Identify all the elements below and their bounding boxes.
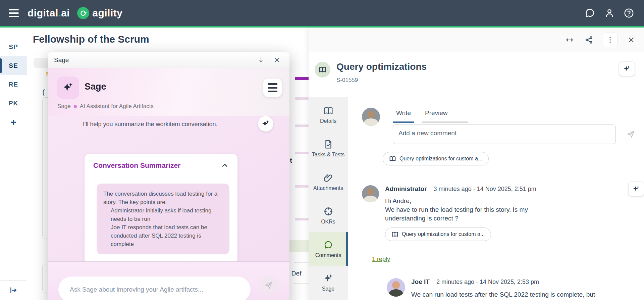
occluded-text-fragment: ( <box>42 87 45 97</box>
ask-sage-input[interactable] <box>58 277 251 300</box>
comment-timestamp: 3 minutes ago - 14 Nov 2025, 2:51 pm <box>434 186 536 193</box>
help-icon[interactable] <box>623 7 635 19</box>
user-icon[interactable] <box>604 7 615 19</box>
comment-administrator: Administrator 3 minutes ago - 14 Nov 202… <box>362 185 644 241</box>
summarizer-title: Conversation Summarizer <box>93 161 180 169</box>
dot-icon <box>74 105 77 108</box>
left-sidebar: SP SE RE PK + <box>0 28 27 300</box>
occluded-board-sliver: t d Def <box>289 28 309 300</box>
avatar <box>387 278 405 297</box>
share-icon[interactable] <box>584 35 594 45</box>
occluded-text-fragment: t <box>290 156 292 164</box>
agility-mark-icon <box>77 7 89 19</box>
send-icon[interactable] <box>260 276 278 294</box>
story-title: Query optimizations <box>336 62 427 72</box>
sage-input-bar <box>48 261 289 300</box>
occluded-row-border <box>294 262 309 263</box>
story-book-icon <box>315 62 330 78</box>
occluded-separator <box>295 97 309 100</box>
story-reference-chip[interactable]: Query optimizations for custom a... <box>385 228 491 241</box>
comment-text: We can run load tests after the SQL 2022… <box>411 290 599 300</box>
occluded-separator <box>295 152 309 154</box>
tab-details[interactable]: Details <box>309 98 348 132</box>
agility-name: agility <box>92 7 122 19</box>
sage-chat-area: I'll help you summarize the workitem con… <box>48 116 289 261</box>
sage-subtitle-desc: AI Assistant for Agile Artifacts <box>80 103 154 110</box>
summary-intro: The conversation discusses load testing … <box>103 190 223 206</box>
conversation-summarizer-card: Conversation Summarizer The conversation… <box>85 154 237 261</box>
comment-text: Hi Andre, <box>385 197 563 205</box>
comment-composer: Write Preview Query optimizations for cu… <box>362 108 644 165</box>
avatar <box>362 108 380 126</box>
divider <box>362 173 638 173</box>
expand-sidebar-icon[interactable] <box>0 280 26 300</box>
chip-label: Query optimizations for custom a... <box>399 156 482 162</box>
brand-primary: digital <box>28 7 58 19</box>
tab-label: OKRs <box>321 219 335 225</box>
panel-tabstrip: Details Tasks & Tests Attachments OKRs C… <box>309 97 348 300</box>
comments-icon <box>323 240 333 250</box>
sage-subtitle: Sage AI Assistant for Agile Artifacts <box>57 103 154 110</box>
sidebar-item-se[interactable]: SE <box>0 56 27 75</box>
dialog-title: Sage <box>54 56 69 64</box>
close-icon[interactable] <box>273 56 281 64</box>
book-icon <box>391 231 398 238</box>
occluded-green-row <box>289 240 309 252</box>
tab-attachments[interactable]: Attachments <box>309 165 348 199</box>
chevron-up-icon[interactable] <box>221 161 229 169</box>
add-project-button[interactable]: + <box>0 113 27 132</box>
sage-dialog-header: Sage Sage AI Assistant for Agile Artifac… <box>48 68 289 116</box>
sidebar-item-pk[interactable]: PK <box>0 94 27 113</box>
story-id: S-01559 <box>336 77 427 84</box>
digitalai-logo: digital.ai <box>28 7 70 19</box>
composer-tabs: Write Preview <box>393 109 638 123</box>
occluded-row-border <box>294 283 309 284</box>
accent-divider <box>0 26 644 28</box>
reply-count-link[interactable]: 1 reply <box>372 256 390 263</box>
occluded-column-accent <box>295 77 309 80</box>
sage-subtitle-name: Sage <box>57 103 71 110</box>
comment-author: Joe IT <box>411 278 430 286</box>
hamburger-icon[interactable] <box>9 9 19 17</box>
expand-horizontal-icon[interactable] <box>564 35 575 45</box>
story-detail-panel: Query optimizations S-01559 Details Task… <box>309 28 644 300</box>
sage-dialog-titlebar[interactable]: Sage <box>48 52 289 68</box>
tab-label: Details <box>320 118 336 124</box>
minimize-icon[interactable] <box>257 56 265 64</box>
chip-label: Query optimizations for custom a... <box>402 231 485 237</box>
paperclip-icon <box>323 173 333 183</box>
tab-label: Tasks & Tests <box>312 152 345 158</box>
chat-icon[interactable] <box>584 7 596 19</box>
tab-okrs[interactable]: OKRs <box>309 199 348 232</box>
panel-toolbar <box>309 28 644 52</box>
new-comment-input[interactable] <box>393 124 616 144</box>
tab-write[interactable]: Write <box>393 109 414 123</box>
brand-suffix: ai <box>61 7 70 19</box>
sage-avatar-sparkle-icon <box>258 116 273 132</box>
comment-sparkle-button[interactable] <box>629 182 644 196</box>
sidebar-item-re[interactable]: RE <box>0 75 27 94</box>
tab-label: Sage <box>322 286 334 292</box>
book-icon <box>389 155 396 162</box>
tab-preview[interactable]: Preview <box>422 109 468 123</box>
occluded-separator <box>295 124 309 127</box>
sage-menu-icon[interactable] <box>263 79 282 97</box>
comment-text: We have to run the load testing for this… <box>385 205 563 223</box>
tab-comments[interactable]: Comments <box>309 232 348 266</box>
comments-content: Write Preview Query optimizations for cu… <box>348 97 644 300</box>
summary-text: The conversation discusses load testing … <box>97 184 229 254</box>
close-icon[interactable] <box>626 35 637 45</box>
book-icon <box>323 106 333 116</box>
sage-sparkle-button[interactable] <box>619 62 635 76</box>
occluded-separator <box>295 185 309 188</box>
okr-target-icon <box>323 206 333 216</box>
kebab-icon[interactable] <box>603 33 617 47</box>
tab-sage[interactable]: Sage <box>309 266 348 299</box>
story-reference-chip[interactable]: Query optimizations for custom a... <box>383 152 489 165</box>
sidebar-item-sp[interactable]: SP <box>0 38 27 56</box>
tab-tasks-tests[interactable]: Tasks & Tests <box>309 132 348 165</box>
comment-timestamp: 2 minutes ago - 14 Nov 2025, 2:53 pm <box>436 279 539 286</box>
send-icon[interactable] <box>627 130 635 139</box>
sage-dialog: Sage Sage Sage AI Assistant for Agile Ar… <box>48 52 289 300</box>
tab-label: Attachments <box>313 185 343 191</box>
